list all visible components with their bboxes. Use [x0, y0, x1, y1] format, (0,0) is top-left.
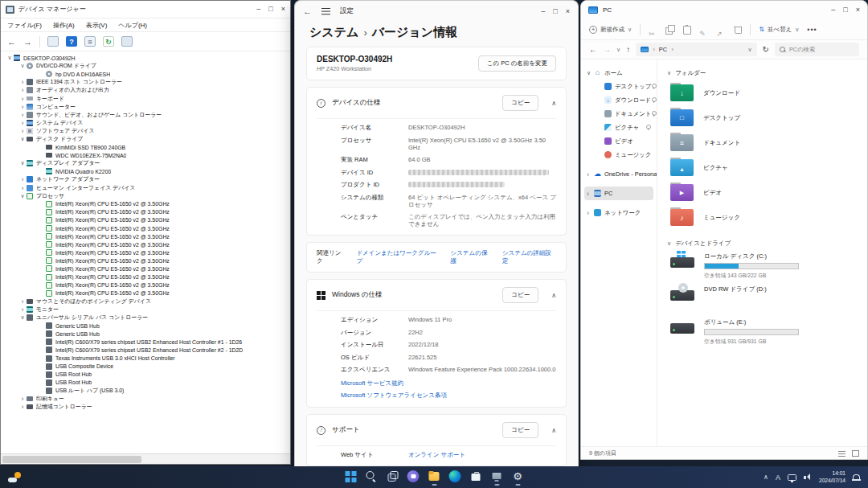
microsoft-terms-link[interactable]: Microsoft ソフトウェアライセンス条項: [341, 392, 556, 400]
tree-item[interactable]: ユニバーサル シリアル バス コントローラー: [1, 314, 290, 322]
paste-icon[interactable]: [682, 25, 691, 34]
related-link[interactable]: ドメインまたはワークグループ: [356, 249, 440, 265]
folders-section-header[interactable]: ∨ フォルダー: [667, 69, 858, 77]
tree-item[interactable]: IEEE 1394 ホスト コントローラー: [1, 78, 290, 86]
help-icon[interactable]: ?: [66, 36, 77, 47]
rename-icon[interactable]: [699, 25, 708, 34]
folder-tile[interactable]: ミュージック: [667, 205, 858, 230]
back-icon[interactable]: ←: [7, 37, 16, 47]
tree-item[interactable]: ネットワーク アダプター: [1, 175, 290, 183]
tree-item[interactable]: ソフトウェア デバイス: [1, 127, 290, 135]
tree-item[interactable]: Generic USB Hub: [1, 330, 290, 338]
expander-icon[interactable]: [18, 297, 27, 306]
tree-item[interactable]: Intel(R) Xeon(R) CPU E5-1650 v2 @ 3.50GH…: [1, 289, 290, 297]
sidebar-item[interactable]: ホーム: [584, 66, 653, 80]
expander-icon[interactable]: [18, 63, 27, 69]
tree-item[interactable]: Intel(R) C600/X79 series chipset USB2 En…: [1, 346, 290, 354]
drives-section-header[interactable]: ∨ デバイスとドライブ: [667, 240, 858, 248]
notifications-bell-icon[interactable]: [853, 474, 860, 481]
rename-pc-button[interactable]: この PC の名前を変更: [478, 55, 556, 72]
tree-item[interactable]: 記憶域コントローラー: [1, 403, 290, 411]
delete-icon[interactable]: [733, 25, 742, 34]
expander-icon[interactable]: [18, 78, 27, 86]
maximize-button[interactable]: □: [268, 6, 272, 13]
expander-icon[interactable]: [18, 184, 27, 192]
tree-item[interactable]: Intel(R) Xeon(R) CPU E5-1650 v2 @ 3.50GH…: [1, 208, 290, 216]
sidebar-item[interactable]: ネットワーク: [584, 206, 653, 219]
hamburger-menu-icon[interactable]: [321, 8, 330, 10]
expander-icon[interactable]: [18, 103, 27, 111]
folder-tile[interactable]: ドキュメント: [667, 130, 858, 155]
maximize-button[interactable]: □: [843, 6, 847, 14]
related-link[interactable]: システムの詳細設定: [502, 249, 556, 265]
tree-item[interactable]: Intel(R) Xeon(R) CPU E5-1650 v2 @ 3.50GH…: [1, 281, 290, 289]
copy-device-spec-button[interactable]: コピー: [502, 95, 538, 111]
online-support-link[interactable]: オンライン サポート: [408, 451, 465, 458]
forward-icon[interactable]: →: [23, 37, 32, 47]
tree-item[interactable]: キーボード: [1, 94, 290, 102]
clock[interactable]: 14:01 2024/07/14: [819, 470, 845, 484]
horizontal-scrollbar[interactable]: [1, 453, 290, 464]
breadcrumb-section[interactable]: システム: [309, 25, 358, 39]
tree-item[interactable]: Intel(R) Xeon(R) CPU E5-1650 v2 @ 3.50GH…: [1, 248, 290, 256]
sidebar-item[interactable]: PC: [584, 187, 653, 200]
taskbar-app-button[interactable]: [469, 470, 483, 486]
tree-item[interactable]: Intel(R) Xeon(R) CPU E5-1650 v2 @ 3.50GH…: [1, 265, 290, 273]
tree-item[interactable]: USB Composite Device: [1, 363, 290, 371]
expander-icon[interactable]: [18, 314, 27, 321]
tree-item[interactable]: hp DVD A DH16AESH: [1, 70, 290, 78]
network-icon[interactable]: [788, 474, 796, 481]
tree-item[interactable]: Intel(R) Xeon(R) CPU E5-1650 v2 @ 3.50GH…: [1, 232, 290, 240]
tree-item[interactable]: マウスとそのほかのポインティング デバイス: [1, 297, 290, 306]
taskbar-app-button[interactable]: [386, 470, 399, 486]
tree-item[interactable]: Intel(R) Xeon(R) CPU E5-1650 v2 @ 3.50GH…: [1, 224, 290, 232]
tree-item[interactable]: モニター: [1, 306, 290, 314]
update-driver-icon[interactable]: [121, 36, 133, 47]
expander-icon[interactable]: [18, 119, 27, 127]
copy-support-button[interactable]: コピー: [502, 422, 538, 438]
new-item-button[interactable]: + 新規作成 ∨: [589, 26, 632, 34]
close-button[interactable]: ×: [856, 6, 860, 14]
copy-windows-spec-button[interactable]: コピー: [502, 287, 538, 303]
details-view-icon[interactable]: [838, 450, 845, 457]
taskbar-app-button[interactable]: [407, 470, 420, 486]
expander-icon[interactable]: [18, 127, 27, 135]
tree-item[interactable]: Texas Instruments USB 3.0 xHCI Host Cont…: [1, 354, 290, 362]
sidebar-item[interactable]: ドキュメント: [584, 107, 653, 121]
sidebar-item[interactable]: デスクトップ: [584, 80, 653, 93]
collapse-chevron-icon[interactable]: ∧: [551, 427, 556, 434]
expander-icon[interactable]: [18, 95, 27, 103]
tree-item[interactable]: Intel(R) Xeon(R) CPU E5-1650 v2 @ 3.50GH…: [1, 216, 290, 224]
tree-item[interactable]: サウンド、ビデオ、およびゲーム コントローラー: [1, 111, 290, 119]
expander-icon[interactable]: [18, 175, 27, 183]
tree-item[interactable]: ディスプレイ アダプター: [1, 159, 290, 167]
close-button[interactable]: ×: [566, 8, 570, 15]
up-icon[interactable]: ↑: [626, 45, 630, 54]
taskbar-app-button[interactable]: [344, 470, 358, 486]
expander-icon[interactable]: [18, 193, 27, 199]
sidebar-item[interactable]: ビデオ: [584, 134, 653, 148]
share-icon[interactable]: [716, 25, 725, 34]
breadcrumb-pc[interactable]: PC: [659, 46, 667, 53]
cut-icon[interactable]: [649, 25, 657, 34]
console-tree-icon[interactable]: [47, 36, 59, 47]
expander-icon[interactable]: [6, 55, 14, 61]
expander-icon[interactable]: [18, 306, 27, 314]
expander-icon[interactable]: [18, 395, 27, 403]
menu-item[interactable]: ファイル(F): [7, 21, 42, 30]
sidebar-item[interactable]: ピクチャ: [584, 121, 653, 134]
minimize-button[interactable]: –: [541, 8, 545, 15]
copy-icon[interactable]: [665, 25, 674, 34]
expander-icon[interactable]: [18, 136, 27, 142]
ime-mode-indicator[interactable]: A: [776, 474, 780, 482]
tree-item[interactable]: システム デバイス: [1, 119, 290, 127]
folder-tile[interactable]: ビデオ: [667, 180, 858, 205]
large-icons-view-icon[interactable]: [852, 450, 859, 457]
tree-item[interactable]: ディスク ドライブ: [1, 135, 290, 143]
expander-icon[interactable]: [587, 190, 594, 198]
forward-icon[interactable]: →: [603, 45, 611, 54]
related-link[interactable]: システムの保護: [451, 249, 493, 265]
collapse-chevron-icon[interactable]: ∧: [551, 292, 556, 299]
explorer-search-input[interactable]: PCの検索: [775, 43, 859, 56]
tree-item[interactable]: Intel(R) Xeon(R) CPU E5-1650 v2 @ 3.50GH…: [1, 273, 290, 281]
